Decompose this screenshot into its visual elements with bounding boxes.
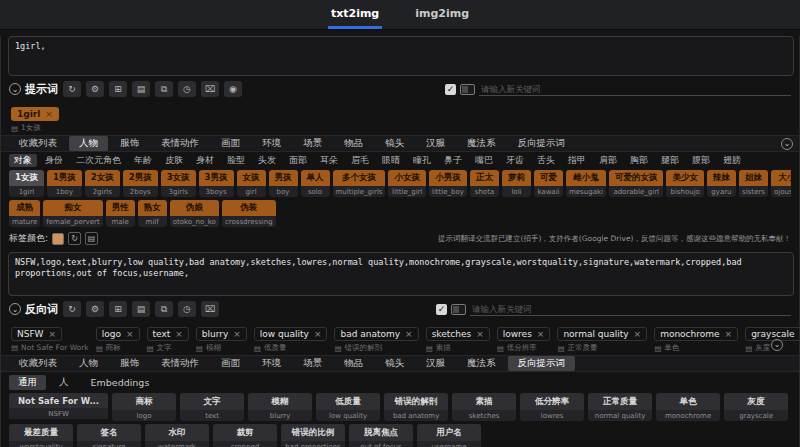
tag-button-worstquality[interactable]: 最差质量worstquality [9, 424, 73, 447]
tag-button-2girls[interactable]: 2女孩2girls [85, 170, 120, 197]
tag-button-monochrome[interactable]: 单色monochrome [656, 393, 720, 421]
new-keyword-input[interactable] [470, 303, 791, 316]
prompt-chip-low quality[interactable]: low quality×▤低质量 [254, 322, 328, 353]
tag-button-bishoujo[interactable]: 美少女bishoujo [666, 170, 704, 197]
tag-button-logo[interactable]: 商标logo [112, 393, 176, 421]
prompt-chip-lowres[interactable]: lowres×▤低分辨率 [497, 322, 551, 353]
tab-服饰[interactable]: 服饰 [110, 356, 149, 371]
tab-通用[interactable]: 通用 [9, 375, 46, 390]
prompt-chip-blurry[interactable]: blurry×▤模糊 [196, 322, 247, 353]
refresh-icon[interactable]: ↻ [63, 301, 81, 317]
tag-button-watermark[interactable]: 水印watermark [145, 424, 209, 447]
tag-button-ojousama[interactable]: 大小姐ojousama [771, 170, 791, 197]
list-icon[interactable]: ▤ [132, 301, 150, 317]
tab-表情动作[interactable]: 表情动作 [151, 356, 209, 371]
remove-chip-icon[interactable]: × [45, 109, 53, 119]
tag-button-kawaii[interactable]: 可爱kawaii [534, 170, 563, 197]
reset-color-icon[interactable]: ↻ [68, 232, 81, 245]
category-胸部[interactable]: 胸部 [625, 154, 653, 167]
category-眉毛[interactable]: 眉毛 [346, 154, 374, 167]
tag-button-female_pervert[interactable]: 痴女female_pervert [43, 200, 102, 227]
tab-画面[interactable]: 画面 [211, 136, 250, 151]
tab-img2img[interactable]: img2img [412, 2, 472, 29]
tab-物品[interactable]: 物品 [334, 356, 373, 371]
category-腿部[interactable]: 腿部 [656, 154, 684, 167]
remove-chip-icon[interactable]: × [314, 329, 322, 339]
settings-icon[interactable]: ⚙ [86, 301, 104, 317]
auto-translate-checkbox[interactable]: ✓ [445, 84, 456, 95]
tag-button-boy[interactable]: 男孩boy [269, 170, 298, 197]
tag-button-blurry[interactable]: 模糊blurry [248, 393, 312, 421]
help-icon[interactable]: ◉ [224, 81, 242, 97]
tab-汉服[interactable]: 汉服 [416, 136, 455, 151]
translate-icon[interactable]: ⧉ [155, 301, 173, 317]
tab-人物[interactable]: 人物 [69, 356, 108, 371]
category-肩部[interactable]: 肩部 [594, 154, 622, 167]
tab-镜头[interactable]: 镜头 [375, 136, 414, 151]
negative-prompt-textarea[interactable]: NSFW,logo,text,blurry,low quality,bad an… [8, 252, 794, 296]
tag-button-sketches[interactable]: 素描sketches [452, 393, 516, 421]
tab-表情动作[interactable]: 表情动作 [151, 136, 209, 151]
remove-chip-icon[interactable]: × [476, 329, 484, 339]
tab-反向提示词[interactable]: 反向提示词 [508, 356, 576, 371]
tab-人物[interactable]: 人物 [69, 136, 108, 151]
tab-汉服[interactable]: 汉服 [416, 356, 455, 371]
expand-circle-icon[interactable]: ⌄ [771, 339, 783, 351]
category-二次元角色[interactable]: 二次元角色 [71, 154, 126, 167]
tag-button-male[interactable]: 男性male [106, 200, 135, 227]
tag-button-1girl[interactable]: 1女孩1girl [9, 170, 44, 197]
auto-translate-checkbox[interactable]: ✓ [436, 304, 447, 315]
tab-环境[interactable]: 环境 [252, 136, 291, 151]
category-身份[interactable]: 身份 [40, 154, 68, 167]
tag-button-little_boy[interactable]: 小男孩little_boy [429, 170, 467, 197]
category-年龄[interactable]: 年龄 [129, 154, 157, 167]
tab-场景[interactable]: 场景 [293, 136, 332, 151]
tag-button-username[interactable]: 用户名username [417, 424, 481, 447]
prompt-chip-sketches[interactable]: sketches×▤素描 [426, 322, 490, 353]
category-翅膀[interactable]: 翅膀 [718, 154, 746, 167]
save-icon[interactable]: ⊞ [109, 301, 127, 317]
tag-color-swatch[interactable] [52, 233, 64, 245]
tag-button-girl[interactable]: 女孩girl [237, 170, 266, 197]
trash-icon[interactable]: ⌧ [201, 81, 219, 97]
category-眼睛[interactable]: 眼睛 [377, 154, 405, 167]
category-瞳孔[interactable]: 瞳孔 [408, 154, 436, 167]
positive-prompt-textarea[interactable]: 1girl, [8, 36, 794, 76]
tab-收藏列表[interactable]: 收藏列表 [9, 136, 67, 151]
category-牙齿[interactable]: 牙齿 [501, 154, 529, 167]
translate-toggle[interactable] [460, 84, 475, 95]
tag-button-sisters[interactable]: 姐妹sisters [739, 170, 768, 197]
remove-chip-icon[interactable]: × [725, 329, 733, 339]
history-icon[interactable]: ◷ [178, 81, 196, 97]
tab-画面[interactable]: 画面 [211, 356, 250, 371]
tag-button-2boys[interactable]: 2男孩2boys [123, 170, 158, 197]
remove-chip-icon[interactable]: × [634, 329, 642, 339]
tag-button-mature[interactable]: 成熟mature [9, 200, 40, 227]
category-鼻子[interactable]: 鼻子 [439, 154, 467, 167]
tab-人[interactable]: 人 [50, 375, 78, 390]
prompt-chip-logo[interactable]: logo×▤商标 [96, 322, 140, 353]
category-耳朵[interactable]: 耳朵 [315, 154, 343, 167]
prompt-chip-text[interactable]: text×▤文字 [147, 322, 189, 353]
tag-button-otoko_no_ko[interactable]: 伪娘otoko_no_ko [170, 200, 219, 227]
category-面部[interactable]: 面部 [284, 154, 312, 167]
tag-button-milf[interactable]: 熟女milf [138, 200, 167, 227]
tag-button-signature[interactable]: 签名signature [77, 424, 141, 447]
tag-button-3boys[interactable]: 3男孩3boys [199, 170, 234, 197]
tag-button-shota[interactable]: 正太shota [470, 170, 499, 197]
tag-button-gyaru[interactable]: 辣妹gyaru [707, 170, 736, 197]
tab-服饰[interactable]: 服饰 [110, 136, 149, 151]
tab-魔法系[interactable]: 魔法系 [457, 356, 506, 371]
prompt-chip-bad anatomy[interactable]: bad anatomy×▤错误的解剖 [334, 322, 418, 353]
list-icon[interactable]: ▤ [132, 81, 150, 97]
prompt-chip-monochrome[interactable]: monochrome×▤单色 [654, 322, 738, 353]
tag-button-1boy[interactable]: 1男孩1boy [47, 170, 82, 197]
remove-chip-icon[interactable]: × [49, 329, 57, 339]
tag-button-multiple_girls[interactable]: 多个女孩multiple_girls [333, 170, 386, 197]
copy-color-icon[interactable]: ▤ [85, 232, 98, 245]
tab-反向提示词[interactable]: 反向提示词 [508, 136, 576, 151]
tag-button-3girls[interactable]: 3女孩3girls [161, 170, 196, 197]
category-头发[interactable]: 头发 [253, 154, 281, 167]
tag-button-bad anatomy[interactable]: 错误的解剖bad anatomy [384, 393, 448, 421]
remove-chip-icon[interactable]: × [175, 329, 183, 339]
